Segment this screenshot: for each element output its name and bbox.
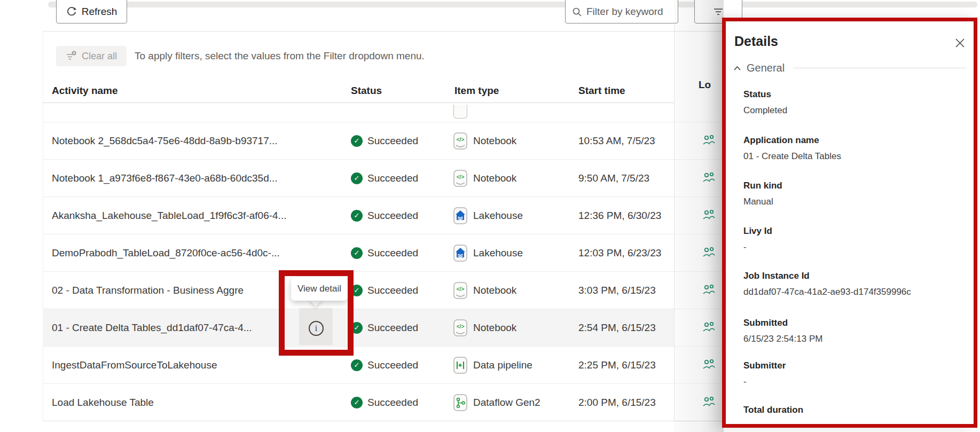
table-row[interactable]: IngestDataFromSourceToLakehouse Succeede…	[43, 346, 674, 383]
table-row[interactable]: Akanksha_Lakehouse_TableLoad_1f9f6c3f-af…	[43, 197, 674, 234]
notebook-icon: </>	[453, 282, 467, 299]
column-header-activity-name[interactable]: Activity name	[52, 80, 118, 101]
detail-field-application-name: Application name 01 - Create Delta Table…	[743, 135, 965, 162]
table-row-selected[interactable]: 01 - Create Delta Tables_dd1daf07-47ca-4…	[43, 309, 674, 346]
top-scroll-band	[48, 2, 977, 7]
start-time-cell: 12:36 PM, 6/30/23	[578, 197, 661, 234]
section-label: General	[747, 62, 785, 74]
chevron-up-icon	[733, 65, 741, 71]
toolbar-divider	[43, 31, 724, 32]
detail-field-submitter: Submitter -	[743, 360, 965, 388]
notebook-icon: </>	[453, 170, 467, 187]
workspace-people-icon	[702, 284, 716, 296]
keyword-filter-input[interactable]	[586, 6, 675, 18]
status-label: Succeeded	[367, 172, 418, 184]
refresh-button[interactable]: Refresh	[56, 0, 127, 23]
view-detail-info-icon[interactable]	[309, 321, 324, 336]
table-row[interactable]: Notebook 1_a973f6e8-f867-43e0-a68b-60dc3…	[43, 159, 674, 197]
column-header-item-type[interactable]: Item type	[454, 80, 499, 101]
svg-text:</>: </>	[457, 137, 465, 143]
scrolled-row-icon-remnant	[453, 105, 467, 119]
start-time-cell: 3:03 PM, 6/15/23	[578, 272, 656, 309]
lakehouse-icon	[453, 207, 467, 224]
item-type-label: Data pipeline	[473, 359, 532, 371]
activity-name-cell: 01 - Create Delta Tables_dd1daf07-47ca-4…	[52, 309, 299, 346]
refresh-icon	[66, 6, 77, 17]
field-value: 01 - Create Delta Tables	[743, 151, 965, 162]
success-check-icon	[351, 397, 363, 409]
success-check-icon	[351, 247, 363, 259]
item-type-label: Lakehouse	[473, 210, 523, 222]
item-type-label: Notebook	[473, 285, 516, 296]
dataflow-gen2-icon	[453, 394, 467, 411]
data-pipeline-icon	[453, 357, 467, 374]
start-time-cell: 2:54 PM, 6/15/23	[578, 309, 656, 346]
field-value: -	[743, 241, 965, 253]
clear-filter-icon	[66, 51, 77, 61]
svg-text:</>: </>	[457, 324, 465, 329]
workspace-people-icon	[702, 134, 716, 147]
keyword-filter-box[interactable]	[565, 0, 678, 23]
panel-shadow-strip: Lo	[674, 0, 724, 432]
detail-field-job-instance-id: Job Instance Id dd1daf07-47ca-41a2-ae93-…	[743, 270, 965, 298]
item-type-label: Notebook	[473, 135, 516, 147]
table-bottom-border	[43, 421, 724, 421]
item-type-cell: Data pipeline	[453, 347, 532, 383]
status-label: Succeeded	[367, 210, 418, 222]
activity-name-cell: DemoPrabodh_TableLoad_8720f0ce-ac56-4d0c…	[52, 234, 343, 271]
refresh-label: Refresh	[82, 6, 117, 18]
item-type-cell: Lakehouse	[453, 197, 523, 234]
column-header-status[interactable]: Status	[351, 80, 382, 101]
table-row[interactable]: DemoPrabodh_TableLoad_8720f0ce-ac56-4d0c…	[43, 234, 674, 271]
item-type-cell: Dataflow Gen2	[453, 384, 540, 421]
view-detail-tooltip: View detail	[291, 277, 348, 301]
success-check-icon	[351, 285, 363, 296]
status-label: Succeeded	[367, 247, 418, 259]
field-label: Job Instance Id	[743, 270, 965, 282]
filter-helper-text: To apply filters, select the values from…	[135, 46, 425, 66]
status-label: Succeeded	[367, 397, 418, 409]
clear-all-label: Clear all	[82, 51, 117, 62]
table-row[interactable]: Load Lakehouse Table Succeeded Dataflow …	[43, 383, 674, 421]
detail-field-livy-id: Livy Id -	[743, 225, 965, 253]
success-check-icon	[351, 172, 363, 184]
status-cell: Succeeded	[351, 384, 418, 421]
status-label: Succeeded	[367, 285, 418, 296]
start-time-cell: 12:03 PM, 6/23/23	[578, 234, 661, 271]
column-header-start-time[interactable]: Start time	[578, 80, 625, 101]
activity-name-cell: Notebook 2_568dc5a4-75e6-48dd-8a9b-b9371…	[52, 122, 343, 159]
status-cell: Succeeded	[351, 197, 418, 234]
clear-all-button[interactable]: Clear all	[56, 46, 127, 66]
field-value: dd1daf07-47ca-41a2-ae93-d174f359996c	[743, 286, 965, 298]
svg-text:</>: </>	[457, 286, 465, 292]
start-time-cell: 9:50 AM, 7/5/23	[578, 160, 649, 197]
workspace-people-icon	[702, 246, 716, 259]
activity-name-cell: Load Lakehouse Table	[52, 384, 343, 421]
status-cell: Succeeded	[351, 160, 418, 197]
section-rule	[793, 68, 966, 68]
field-label: Livy Id	[743, 225, 965, 237]
item-type-cell: </> Notebook	[453, 272, 516, 309]
table-row[interactable]: 02 - Data Transformation - Business Aggr…	[43, 271, 674, 309]
close-icon[interactable]	[952, 35, 967, 50]
status-label: Succeeded	[367, 135, 418, 147]
status-label: Succeeded	[367, 322, 418, 334]
lakehouse-icon	[453, 245, 467, 262]
field-value: Completed	[743, 105, 965, 116]
header-underline	[43, 103, 674, 103]
start-time-cell: 2:25 PM, 6/15/23	[578, 347, 656, 383]
field-label: Total duration	[743, 404, 965, 416]
table-row[interactable]: Notebook 2_568dc5a4-75e6-48dd-8a9b-b9371…	[43, 122, 674, 159]
notebook-icon: </>	[453, 132, 467, 150]
field-label: Submitted	[743, 317, 965, 329]
status-cell: Succeeded	[351, 234, 418, 271]
detail-field-run-kind: Run kind Manual	[743, 180, 965, 208]
success-check-icon	[351, 322, 363, 334]
general-section-header[interactable]: General	[733, 62, 966, 74]
status-cell: Succeeded	[351, 309, 418, 346]
status-cell: Succeeded	[351, 122, 418, 159]
status-cell: Succeeded	[351, 272, 418, 309]
details-panel: Details General Status Completed Applica…	[722, 18, 977, 428]
column-header-location-partial: Lo	[699, 79, 711, 91]
field-label: Status	[743, 89, 965, 100]
